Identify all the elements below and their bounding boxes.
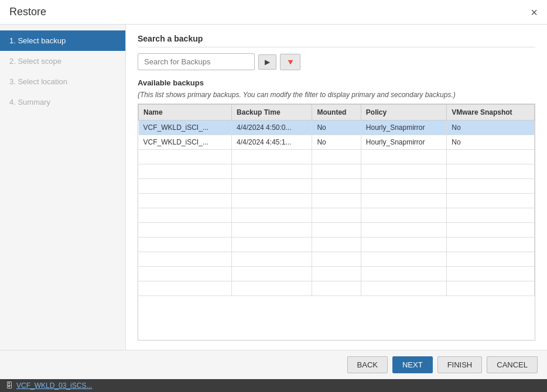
cell-mounted: No (312, 121, 361, 135)
sidebar: 1. Select backup 2. Select scope 3. Sele… (0, 25, 126, 350)
search-go-button[interactable]: ▶ (258, 54, 276, 70)
table-row-empty (139, 281, 535, 296)
cell-policy: Hourly_Snapmirror (361, 121, 446, 135)
table-row-empty (139, 194, 535, 208)
cell-vmware-snapshot: No (447, 121, 535, 135)
sidebar-item-select-scope: 2. Select scope (0, 51, 125, 71)
sidebar-item-select-location: 3. Select location (0, 71, 125, 92)
backup-table: Name Backup Time Mounted Policy VMware S… (138, 104, 535, 296)
cell-policy: Hourly_Snapmirror (361, 135, 446, 150)
table-row-empty (139, 223, 535, 238)
info-text: (This list shows primary backups. You ca… (138, 91, 535, 99)
table-scroll-container[interactable]: Name Backup Time Mounted Policy VMware S… (138, 104, 535, 340)
table-row-empty (139, 179, 535, 194)
col-mounted: Mounted (312, 105, 361, 121)
modal-body: 1. Select backup 2. Select scope 3. Sele… (0, 25, 547, 350)
table-row-empty (139, 164, 535, 179)
sidebar-item-select-backup[interactable]: 1. Select backup (0, 30, 125, 51)
sidebar-item-summary: 4. Summary (0, 92, 125, 112)
cell-vmware-snapshot: No (447, 135, 535, 150)
finish-button[interactable]: FINISH (437, 356, 483, 373)
cell-name: VCF_WKLD_iSCI_... (139, 135, 232, 150)
status-bar: 🗄 VCF_WKLD_03_iSCS... (0, 379, 547, 392)
filter-button[interactable]: 🔻 (280, 54, 300, 70)
section-title: Search a backup (138, 34, 535, 47)
col-name: Name (139, 105, 232, 121)
backup-table-wrapper: Name Backup Time Mounted Policy VMware S… (138, 104, 535, 341)
back-button[interactable]: BACK (347, 356, 388, 373)
cell-backup-time: 4/4/2024 4:50:0... (232, 121, 312, 135)
next-button[interactable]: NEXT (392, 356, 433, 373)
restore-modal: Restore × 1. Select backup 2. Select sco… (0, 0, 547, 392)
close-button[interactable]: × (531, 6, 538, 18)
status-bar-link[interactable]: VCF_WKLD_03_iSCS... (16, 381, 92, 390)
table-row-empty (139, 267, 535, 281)
table-row-empty (139, 208, 535, 223)
table-row[interactable]: VCF_WKLD_iSCI_... 4/4/2024 4:50:0... No … (139, 121, 535, 135)
cell-name: VCF_WKLD_iSCI_... (139, 121, 232, 135)
available-backups-label: Available backups (138, 78, 535, 87)
table-row-empty (139, 150, 535, 164)
main-content: Search a backup ▶ 🔻 Available backups (T… (126, 25, 547, 350)
modal-footer: BACK NEXT FINISH CANCEL (0, 350, 547, 379)
col-backup-time: Backup Time (232, 105, 312, 121)
cell-backup-time: 4/4/2024 4:45:1... (232, 135, 312, 150)
modal-title: Restore (9, 6, 46, 18)
search-bar: ▶ 🔻 (138, 53, 535, 70)
table-row[interactable]: VCF_WKLD_iSCI_... 4/4/2024 4:45:1... No … (139, 135, 535, 150)
filter-icon: 🔻 (285, 57, 295, 67)
table-row-empty (139, 238, 535, 252)
col-policy: Policy (361, 105, 446, 121)
col-vmware-snapshot: VMware Snapshot (447, 105, 535, 121)
modal-header: Restore × (0, 0, 547, 25)
cancel-button[interactable]: CANCEL (487, 356, 538, 373)
cell-mounted: No (312, 135, 361, 150)
search-input[interactable] (138, 53, 255, 70)
table-row-empty (139, 252, 535, 267)
status-bar-icon: 🗄 (6, 381, 13, 390)
